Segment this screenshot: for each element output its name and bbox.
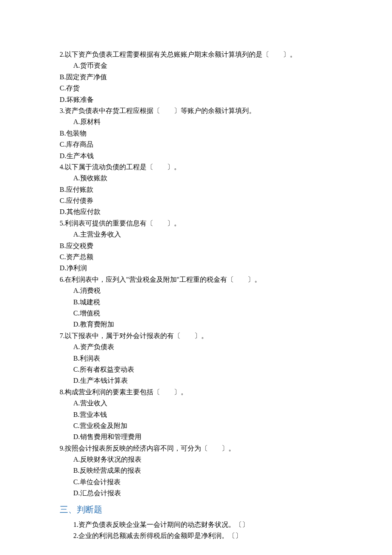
question: 4.以下属于流动负债的工程是〔 〕。A.预收账款B.应付账款C.应付债券D.其他… <box>60 162 341 218</box>
question-option: A.资产负债表 <box>60 341 341 353</box>
question-stem: 9.按照会计报表所反映的经济内容不同，可分为〔 〕。 <box>60 443 341 454</box>
question-option: B.营业本钱 <box>60 409 341 420</box>
question-option: A.货币资金 <box>60 60 341 71</box>
question-option: B.固定资产净值 <box>60 72 341 83</box>
question-option: A.预收账款 <box>60 173 341 184</box>
question-option: D.销售费用和管理费用 <box>60 431 341 442</box>
question-option: C.营业税金及附加 <box>60 420 341 431</box>
question-stem: 4.以下属于流动负债的工程是〔 〕。 <box>60 162 341 173</box>
question-option: C.所有者权益变动表 <box>60 364 341 375</box>
question-option: D.汇总会计报表 <box>60 488 341 499</box>
question-stem: 3.资产负债表中存货工程应根据〔 〕等账户的余额计算填列。 <box>60 105 341 116</box>
question-stem: 7.以下报表中，属于对外会计报表的有〔 〕。 <box>60 330 341 341</box>
section-heading-true-false: 三、判断题 <box>60 503 341 517</box>
question-option: C.单位会计报表 <box>60 477 341 488</box>
question-option: A.反映财务状况的报表 <box>60 454 341 465</box>
question-option: B.应付账款 <box>60 184 341 195</box>
question-option: C.资产总额 <box>60 251 341 263</box>
question: 7.以下报表中，属于对外会计报表的有〔 〕。A.资产负债表B.利润表C.所有者权… <box>60 330 341 387</box>
question-option: B.包装物 <box>60 128 341 139</box>
question-option: B.应交税费 <box>60 240 341 251</box>
question-option: B.反映经营成果的报表 <box>60 465 341 476</box>
question-option: B.利润表 <box>60 353 341 364</box>
question: 9.按照会计报表所反映的经济内容不同，可分为〔 〕。A.反映财务状况的报表B.反… <box>60 443 341 499</box>
question-option: A.主营业务收入 <box>60 229 341 240</box>
question-option: A.营业收入 <box>60 398 341 409</box>
question: 8.构成营业利润的要素主要包括〔 〕。A.营业收入B.营业本钱C.营业税金及附加… <box>60 387 341 443</box>
question-option: A.消费税 <box>60 285 341 296</box>
question-stem: 5.利润表可提供的重要信息有〔 〕。 <box>60 218 341 229</box>
question: 2.以下资产负债表工程需要根据有关总账账户期末余额计算填列的是〔 〕。A.货币资… <box>60 49 341 105</box>
question-stem: 2.以下资产负债表工程需要根据有关总账账户期末余额计算填列的是〔 〕。 <box>60 49 341 60</box>
question-stem: 8.构成营业利润的要素主要包括〔 〕。 <box>60 387 341 398</box>
true-false-item: 1.资产负债表反映企业某一会计期间的动态财务状况。〔〕 <box>60 519 341 530</box>
question-option: C.库存商品 <box>60 139 341 150</box>
question-option: D.坏账准备 <box>60 94 341 105</box>
question-option: D.生产本钱 <box>60 150 341 162</box>
question-option: D.净利润 <box>60 263 341 274</box>
page-content: 2.以下资产负债表工程需要根据有关总账账户期末余额计算填列的是〔 〕。A.货币资… <box>0 0 392 555</box>
question-option: C.增值税 <box>60 308 341 319</box>
question: 6.在利润表中，应列入"营业税金及附加"工程重的税金有〔 〕。A.消费税B.城建… <box>60 274 341 330</box>
question-option: C.存货 <box>60 83 341 94</box>
questions-list: 2.以下资产负债表工程需要根据有关总账账户期末余额计算填列的是〔 〕。A.货币资… <box>60 49 341 499</box>
question-option: A.原材料 <box>60 116 341 127</box>
question-option: D.教育费附加 <box>60 319 341 330</box>
true-false-item: 2.企业的利润总额减去所得税后的金额即是净利润。〔〕 <box>60 530 341 541</box>
question-option: C.应付债券 <box>60 195 341 206</box>
question: 5.利润表可提供的重要信息有〔 〕。A.主营业务收入B.应交税费C.资产总额D.… <box>60 218 341 274</box>
question-stem: 6.在利润表中，应列入"营业税金及附加"工程重的税金有〔 〕。 <box>60 274 341 285</box>
question: 3.资产负债表中存货工程应根据〔 〕等账户的余额计算填列。A.原材料B.包装物C… <box>60 105 341 162</box>
question-option: D.其他应付款 <box>60 206 341 217</box>
question-option: B.城建税 <box>60 297 341 308</box>
question-option: D.生产本钱计算表 <box>60 375 341 386</box>
true-false-list: 1.资产负债表反映企业某一会计期间的动态财务状况。〔〕2.企业的利润总额减去所得… <box>60 519 341 542</box>
